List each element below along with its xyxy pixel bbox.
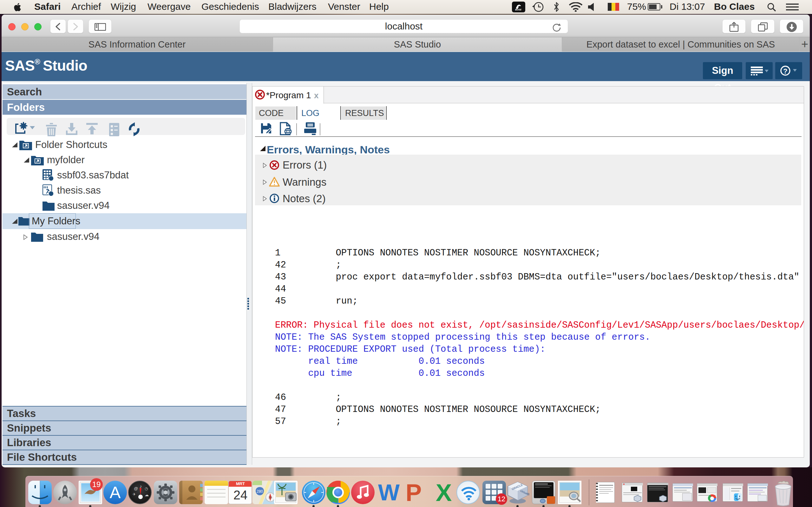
svg-text:3D: 3D — [268, 496, 272, 499]
svg-text:W: W — [378, 481, 400, 504]
svg-text:✈: ✈ — [133, 492, 136, 497]
svg-text:?: ? — [783, 67, 787, 75]
svg-text:BOSE: BOSE — [515, 9, 521, 11]
svg-text:@: @ — [134, 486, 138, 491]
svg-text:◷: ◷ — [145, 487, 148, 491]
svg-text:P: P — [406, 481, 422, 504]
svg-text:280: 280 — [257, 489, 263, 494]
svg-text:X: X — [436, 481, 452, 504]
svg-text:☁: ☁ — [145, 493, 149, 497]
